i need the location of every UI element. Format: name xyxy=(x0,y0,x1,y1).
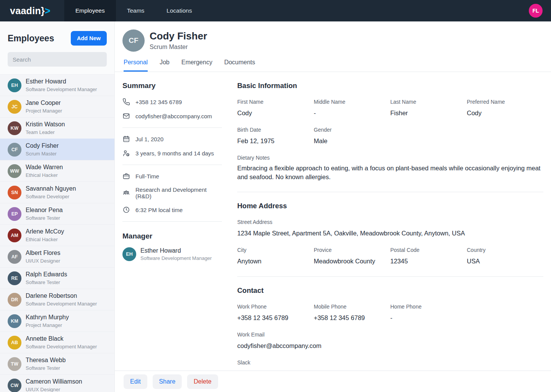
field-label: Preferred Name xyxy=(467,99,543,105)
field-label: Dietary Notes xyxy=(237,155,543,161)
field-value: Cody xyxy=(237,109,314,117)
field-street-address: Street Address 1234 Maple Street, Apartm… xyxy=(237,219,543,237)
add-new-button[interactable]: Add New xyxy=(71,31,107,46)
sidebar-header: Employees Add New xyxy=(0,21,114,74)
summary-employment-type-value: Full-Time xyxy=(135,173,159,180)
summary-tenure-value: 3 years, 9 months and 14 days xyxy=(135,150,214,157)
vaadin-logo: vaadin}> xyxy=(0,0,64,21)
field-value: Meadowbrook County xyxy=(314,258,390,265)
employee-list: EH Esther Howard Software Development Ma… xyxy=(0,74,114,392)
tab-emergency[interactable]: Emergency xyxy=(181,59,212,72)
tab-personal[interactable]: Personal xyxy=(124,59,148,72)
field-value: 12345 xyxy=(390,258,467,265)
manager-section-title: Manager xyxy=(122,232,222,240)
nav-item-employees[interactable]: Employees xyxy=(64,0,116,21)
employee-name: Annette Black xyxy=(26,335,97,342)
employee-avatar: CW xyxy=(8,379,21,392)
summary-divider xyxy=(122,127,222,128)
employee-list-item-selected[interactable]: CF Cody Fisher Scrum Master xyxy=(0,139,114,160)
field-label: Street Address xyxy=(237,219,543,225)
summary-local-time: 6:32 PM local time xyxy=(122,206,222,214)
contact-title: Contact xyxy=(237,286,543,295)
employee-name: Cameron Williamson xyxy=(26,378,82,385)
tab-job[interactable]: Job xyxy=(160,59,170,72)
employee-list-item[interactable]: EP Eleanor Pena Software Tester xyxy=(0,203,114,224)
employee-role: Project Manager xyxy=(26,322,69,328)
nav-item-teams[interactable]: Teams xyxy=(116,0,156,21)
summary-department-value: Research and Development (R&D) xyxy=(135,186,222,199)
action-footer: Edit Share Delete xyxy=(115,371,551,392)
field-preferred-name: Preferred Name Cody xyxy=(467,99,543,117)
summary-start-date-value: Jul 1, 2020 xyxy=(135,136,163,142)
summary-employment-type: Full-Time xyxy=(122,172,222,180)
employee-list-item[interactable]: CW Cameron Williamson UI/UX Designer xyxy=(0,374,114,392)
employee-avatar: RE xyxy=(8,271,21,285)
employee-list-item[interactable]: RE Ralph Edwards Software Tester xyxy=(0,267,114,289)
field-value: USA xyxy=(467,258,543,265)
summary-title: Summary xyxy=(122,82,222,90)
profile-name: Cody Fisher xyxy=(150,31,207,42)
employee-list-item[interactable]: DR Darlene Robertson Software Developmen… xyxy=(0,289,114,310)
employee-list-item[interactable]: AB Annette Black Software Development Ma… xyxy=(0,332,114,353)
employee-avatar: CF xyxy=(8,143,21,157)
field-value: codyfisher@abccompany.com xyxy=(237,342,543,350)
share-button[interactable]: Share xyxy=(153,374,182,389)
employee-list-item[interactable]: KM Kathryn Murphy Project Manager xyxy=(0,310,114,332)
employee-role: Team Leader xyxy=(26,129,65,135)
manager-list-item[interactable]: EH Esther Howard Software Development Ma… xyxy=(122,247,222,261)
edit-button[interactable]: Edit xyxy=(124,374,147,389)
employee-avatar: JC xyxy=(8,100,21,114)
field-dietary-notes: Dietary Notes Embracing a flexible appro… xyxy=(237,155,543,182)
field-label: Work Phone xyxy=(237,304,314,310)
employee-avatar: SN xyxy=(8,186,21,199)
field-postal-code: Postal Code 12345 xyxy=(390,247,467,265)
field-label: Postal Code xyxy=(390,247,467,253)
user-avatar[interactable]: FL xyxy=(529,4,543,18)
employee-list-item[interactable]: WW Wade Warren Ethical Hacker xyxy=(0,160,114,181)
person-clock-icon xyxy=(122,149,130,157)
field-gender: Gender Male xyxy=(314,127,390,145)
employee-avatar: AM xyxy=(8,229,21,242)
field-label: Home Phone xyxy=(390,304,467,310)
field-value: - xyxy=(314,109,390,117)
field-slack: Slack xyxy=(237,359,543,366)
employee-name: Albert Flores xyxy=(26,250,60,256)
field-work-phone: Work Phone +358 12 345 6789 xyxy=(237,304,314,322)
employee-avatar: AB xyxy=(8,336,21,350)
personal-tab-content: Summary +358 12 345 6789 codyfisher@abcc… xyxy=(115,72,551,371)
field-label: Provice xyxy=(314,247,390,253)
employee-list-item[interactable]: AF Albert Flores UI/UX Designer xyxy=(0,246,114,267)
summary-local-time-value: 6:32 PM local time xyxy=(135,207,183,213)
field-country: Country USA xyxy=(467,247,543,265)
field-value: Feb 12, 1975 xyxy=(237,137,314,145)
employee-avatar: AF xyxy=(8,250,21,264)
sidebar-title: Employees xyxy=(8,33,54,44)
manager-role: Software Development Manager xyxy=(140,255,212,261)
delete-button[interactable]: Delete xyxy=(187,374,218,389)
employee-list-item[interactable]: SN Savannah Nguyen Software Developer xyxy=(0,181,114,203)
search-input[interactable] xyxy=(8,52,107,67)
logo-text: vaadin} xyxy=(10,5,45,16)
profile-role: Scrum Master xyxy=(150,44,207,51)
employee-list-item[interactable]: AM Arlene McCoy Ethical Hacker xyxy=(0,224,114,246)
tab-documents[interactable]: Documents xyxy=(224,59,255,72)
field-label: City xyxy=(237,247,314,253)
summary-divider xyxy=(122,165,222,165)
employee-list-item[interactable]: EH Esther Howard Software Development Ma… xyxy=(0,74,114,96)
employee-role: Software Development Manager xyxy=(26,87,97,92)
employee-role: Ethical Hacker xyxy=(26,237,64,242)
summary-phone: +358 12 345 6789 xyxy=(122,98,222,106)
employee-list-item[interactable]: JC Jane Cooper Project Manager xyxy=(0,96,114,117)
summary-email-value: codyfisher@abccompany.com xyxy=(135,113,212,119)
briefcase-icon xyxy=(122,172,130,180)
manager-avatar: EH xyxy=(122,247,136,261)
employee-list-item[interactable]: KW Kristin Watson Team Leader xyxy=(0,117,114,139)
field-label: First Name xyxy=(237,99,314,105)
employee-list-item[interactable]: TW Theresa Webb Software Tester xyxy=(0,353,114,374)
nav-item-locations[interactable]: Locations xyxy=(155,0,203,21)
field-last-name: Last Name Fisher xyxy=(390,99,467,117)
employee-avatar: TW xyxy=(8,357,21,371)
employee-role: Ethical Hacker xyxy=(26,172,63,178)
clock-icon xyxy=(122,206,130,214)
manager-name: Esther Howard xyxy=(140,247,212,254)
